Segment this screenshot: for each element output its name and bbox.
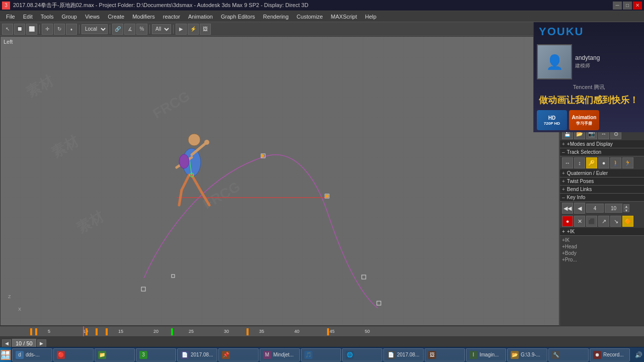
menu-customize[interactable]: Customize xyxy=(293,13,327,21)
render-last[interactable]: 🖼 xyxy=(200,24,211,35)
key-spin-down[interactable]: ▼ xyxy=(623,208,629,212)
key-tangent-1[interactable]: ● xyxy=(562,216,573,227)
key-number-input[interactable] xyxy=(586,204,604,213)
quick-render[interactable]: ⚡ xyxy=(188,24,199,35)
user-info: andytang 建模师 xyxy=(575,54,641,69)
select-move[interactable]: ✛ xyxy=(42,24,53,35)
key-marker-green[interactable] xyxy=(171,328,173,335)
menu-animation[interactable]: Animation xyxy=(184,13,217,21)
key-tangent-6[interactable]: 🔶 xyxy=(622,216,633,227)
prev-key-btn[interactable]: ◀◀ xyxy=(562,203,573,214)
app-browser[interactable]: 🌐 xyxy=(342,348,382,361)
menu-help[interactable]: Help xyxy=(361,13,381,21)
app-files[interactable]: 📂 G:\3.9-... xyxy=(507,348,547,361)
reference-coord-select[interactable]: Local World View xyxy=(82,24,108,34)
hd-badge[interactable]: HD 720P HD xyxy=(537,110,567,130)
toolbar-separator-3 xyxy=(110,25,110,34)
menu-modifiers[interactable]: Modifiers xyxy=(128,13,159,21)
key-tangent-2[interactable]: ✕ xyxy=(574,216,585,227)
app-dds[interactable]: d dds-... xyxy=(12,348,52,361)
select-rotate[interactable]: ↻ xyxy=(54,24,65,35)
select-tool[interactable]: ↖ xyxy=(2,24,13,35)
menu-reactor[interactable]: reactor xyxy=(159,13,184,21)
twist-expand-icon: + xyxy=(562,178,565,184)
key-spin-up[interactable]: ▲ xyxy=(623,204,629,208)
key-marker-3[interactable] xyxy=(86,328,88,335)
percent-snap[interactable]: % xyxy=(136,24,147,35)
prev-frame-btn[interactable]: ◀ xyxy=(574,203,585,214)
viewport-label: Left xyxy=(4,39,13,45)
menu-group[interactable]: Group xyxy=(57,13,81,21)
app-music[interactable]: 🎵 xyxy=(301,348,341,361)
app-record[interactable]: ⏺ Record... xyxy=(590,348,630,361)
menu-edit[interactable]: Edit xyxy=(19,13,37,21)
files-label: G:\3.9-... xyxy=(521,352,540,357)
prop-item[interactable]: +Pro... xyxy=(562,256,642,263)
ik-item[interactable]: +IK xyxy=(562,237,642,243)
app-2017[interactable]: 📄 2017.08... xyxy=(177,348,217,361)
track-selection-header[interactable]: – Track Selection xyxy=(560,148,644,156)
track-body-btn[interactable]: ↕ xyxy=(574,157,585,168)
viewport[interactable]: Left 素材 素材 素材 FRCG FRCG Z X xyxy=(0,36,559,326)
select-scale[interactable]: ⬧ xyxy=(66,24,77,35)
menu-views[interactable]: Views xyxy=(81,13,104,21)
track-walk-btn[interactable]: 🚶 xyxy=(610,157,621,168)
restore-button[interactable]: □ xyxy=(623,2,632,10)
select-region[interactable]: ⬜ xyxy=(26,24,37,35)
track-body2-btn[interactable]: ● xyxy=(598,157,609,168)
key-marker-2[interactable] xyxy=(35,328,37,335)
menu-file[interactable]: File xyxy=(2,13,19,21)
app-pin[interactable]: 📌 xyxy=(218,348,259,361)
scroll-left-btn[interactable]: ◀ xyxy=(2,339,11,347)
menu-tools[interactable]: Tools xyxy=(37,13,58,21)
key-marker-6[interactable] xyxy=(247,328,249,335)
tencent-label: Tencent 腾讯 xyxy=(534,82,644,92)
app-img[interactable]: 🖼 xyxy=(425,348,465,361)
quat-euler-header[interactable]: + Quaternion / Euler xyxy=(560,169,644,177)
head-item[interactable]: +Head xyxy=(562,243,642,250)
key-marker-1[interactable] xyxy=(30,328,32,335)
record-icon: ⏺ xyxy=(593,351,601,359)
window-controls: ─ □ ✕ xyxy=(613,2,642,10)
menu-graph-editors[interactable]: Graph Editors xyxy=(217,13,259,21)
angle-snap[interactable]: ∡ xyxy=(124,24,135,35)
menu-create[interactable]: Create xyxy=(104,13,128,21)
key-tangent-3[interactable]: ⬛ xyxy=(586,216,597,227)
bend-links-header[interactable]: + Bend Links xyxy=(560,186,644,194)
filter-select[interactable]: All xyxy=(152,24,171,34)
body-item[interactable]: +Body xyxy=(562,250,642,256)
key-info-header[interactable]: – Key Info xyxy=(560,194,644,202)
modes-display-header[interactable]: + +Modes and Display xyxy=(560,140,644,148)
timeline-track[interactable]: 5 10 15 20 25 30 35 40 45 50 xyxy=(0,326,644,337)
track-run-btn[interactable]: 🏃 xyxy=(622,157,633,168)
app-imagin[interactable]: I Imagin... xyxy=(466,348,506,361)
close-button[interactable]: ✕ xyxy=(633,2,642,10)
track-all-btn[interactable]: ↔ xyxy=(562,157,573,168)
timeline-ruler: 5 10 15 20 25 30 35 40 45 50 xyxy=(0,326,644,336)
key-tangent-5[interactable]: ↘ xyxy=(610,216,621,227)
key-tangent-4[interactable]: ↗ xyxy=(598,216,609,227)
volume-icon[interactable]: 🔊 xyxy=(635,351,642,358)
key-marker-5[interactable] xyxy=(106,328,108,335)
app-tools[interactable]: 🔧 xyxy=(548,348,589,361)
app-3ds[interactable]: 3 xyxy=(136,348,176,361)
snap-toggle[interactable]: 🔗 xyxy=(112,24,123,35)
app-2017-2[interactable]: 📄 2017.08... xyxy=(383,348,424,361)
key-marker-4[interactable] xyxy=(96,328,98,335)
select-by-name[interactable]: 🔲 xyxy=(14,24,25,35)
menu-maxscript[interactable]: MAXScript xyxy=(327,13,361,21)
track-key-btn[interactable]: 🔑 xyxy=(586,157,597,168)
app-folder[interactable]: 📁 xyxy=(95,348,135,361)
animation-badge[interactable]: Animation 学习手册 xyxy=(569,110,599,130)
render-scene[interactable]: ▶ xyxy=(176,24,187,35)
scroll-right-btn[interactable]: ▶ xyxy=(37,339,46,347)
start-button[interactable]: 🪟 xyxy=(0,347,11,362)
key-time-input[interactable] xyxy=(605,204,622,213)
app-mindjet[interactable]: M Mindjet... xyxy=(260,348,300,361)
twist-poses-header[interactable]: + Twist Poses xyxy=(560,177,644,186)
app-red[interactable]: 🔴 xyxy=(53,348,94,361)
key-marker-7[interactable] xyxy=(327,328,329,335)
minimize-button[interactable]: ─ xyxy=(613,2,622,10)
tcb-header[interactable]: + +IK xyxy=(560,228,644,236)
menu-rendering[interactable]: Rendering xyxy=(259,13,293,21)
